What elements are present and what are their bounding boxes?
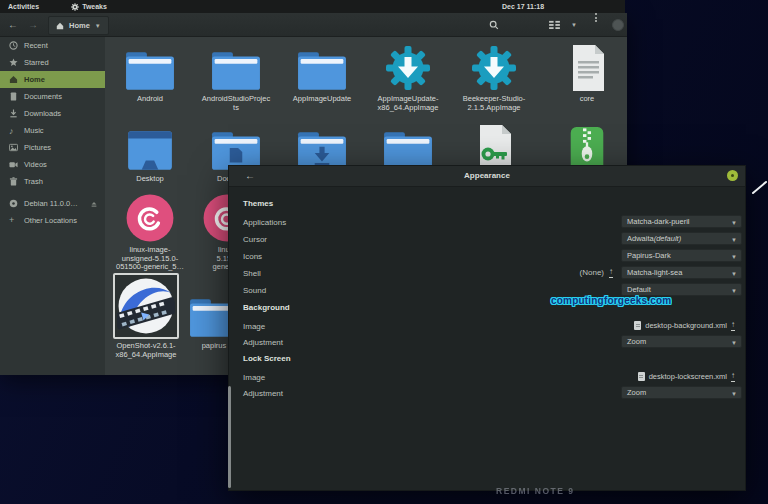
dialog-scrollbar[interactable] <box>228 386 231 488</box>
trash-icon <box>9 177 18 186</box>
chevron-down-icon: ▼ <box>731 237 737 243</box>
sidebar-item-music[interactable]: ♪ Music <box>0 122 105 139</box>
cursor-theme-dropdown[interactable]: Adwaita (default) ▼ <box>621 232 742 245</box>
sidebar-item-other-locations[interactable]: + Other Locations <box>0 212 105 229</box>
lockscreen-adjustment-dropdown[interactable]: Zoom ▼ <box>621 386 742 399</box>
disc-icon <box>9 199 18 208</box>
file-name: desktop-background.xml <box>645 321 727 330</box>
tweaks-label: Tweaks <box>82 3 107 10</box>
sidebar-item-trash[interactable]: Trash <box>0 173 105 190</box>
sidebar-label: Recent <box>24 41 48 50</box>
grid-item-core[interactable]: core <box>546 40 627 104</box>
grid-item-appimageupdate[interactable]: AppImageUpdate <box>281 40 363 104</box>
sidebar-item-home[interactable]: Home <box>0 71 105 88</box>
background-section-header: Background <box>243 303 290 312</box>
chevron-down-icon: ▼ <box>731 288 737 294</box>
sidebar-label: Music <box>24 126 44 135</box>
grid-item-androidstudioprojects[interactable]: AndroidStudioProjec ts <box>195 40 277 112</box>
close-icon <box>612 19 624 31</box>
sidebar-item-downloads[interactable]: Downloads <box>0 105 105 122</box>
row-label: Adjustment <box>243 389 283 398</box>
sidebar-label: Downloads <box>24 109 61 118</box>
file-label: Android <box>109 95 191 104</box>
desktop-folder-icon <box>125 130 175 172</box>
sidebar-item-pictures[interactable]: Pictures <box>0 139 105 156</box>
sidebar-item-recent[interactable]: Recent <box>0 37 105 54</box>
forward-button[interactable]: → <box>28 13 38 36</box>
grid-item-appimageupdate-x86[interactable]: AppImageUpdate- x86_64.AppImage <box>367 40 449 112</box>
dropdown-value: Zoom <box>627 388 646 397</box>
lockscreen-image-file-button[interactable]: desktop-lockscreen.xml ↑ <box>638 370 735 383</box>
row-label: Shell <box>243 269 261 278</box>
gnome-top-bar: Activities Tweaks Dec 17 11:18 <box>0 0 625 13</box>
sidebar-item-videos[interactable]: Videos <box>0 156 105 173</box>
clock[interactable]: Dec 17 11:18 <box>502 3 544 10</box>
grid-item-linux-image-deb[interactable]: linux-image- unsigned-5.15.0- 051500-gen… <box>109 191 191 272</box>
file-manager-headerbar: ← → Home ▼ ▼ <box>0 13 627 37</box>
row-cursor: Cursor Adwaita (default) ▼ <box>229 232 745 246</box>
dialog-headerbar: ← Appearance <box>229 166 745 187</box>
icons-theme-dropdown[interactable]: Papirus-Dark ▼ <box>621 249 742 262</box>
tweaks-app-indicator[interactable]: Tweaks <box>71 3 107 11</box>
sidebar-item-debian-volume[interactable]: Debian 11.0.0… <box>0 195 105 212</box>
sidebar-item-documents[interactable]: Documents <box>0 88 105 105</box>
grid-item-clipped-folder[interactable] <box>107 364 189 375</box>
row-label: Applications <box>243 218 286 227</box>
grid-item-android[interactable]: Android <box>109 40 191 104</box>
eject-icon[interactable] <box>90 200 98 208</box>
chevron-down-icon: ▼ <box>731 254 737 260</box>
grid-item-beekeeper-studio[interactable]: Beekeeper-Studio- 2.1.5.AppImage <box>453 40 535 112</box>
text-file-icon <box>567 44 607 92</box>
sidebar-item-starred[interactable]: Starred <box>0 54 105 71</box>
row-label: Image <box>243 373 265 382</box>
window-close-button[interactable] <box>612 13 624 36</box>
row-shell: Shell (None) ↑ Matcha-light-sea ▼ <box>229 266 745 280</box>
dropdown-value: Zoom <box>627 337 646 346</box>
download-icon <box>9 109 18 118</box>
row-lockscreen-image: Image desktop-lockscreen.xml ↑ <box>229 370 745 384</box>
file-label: OpenShot-v2.6.1- x86_64.AppImage <box>105 342 187 359</box>
menu-kebab-button[interactable] <box>595 13 597 36</box>
upload-icon: ↑ <box>731 321 735 331</box>
chevron-down-icon: ▼ <box>731 391 737 397</box>
file-manager-sidebar: Recent Starred Home Documents Downloads … <box>0 37 105 375</box>
device-watermark: REDMI NOTE 9 <box>496 486 574 496</box>
document-icon <box>9 92 18 101</box>
background-adjustment-dropdown[interactable]: Zoom ▼ <box>621 335 742 348</box>
activities-button[interactable]: Activities <box>0 3 39 10</box>
row-label: Icons <box>243 252 262 261</box>
grid-item-desktop[interactable]: Desktop <box>109 120 191 184</box>
upload-icon[interactable]: ↑ <box>609 268 613 278</box>
chevron-down-icon: ▼ <box>731 271 737 277</box>
path-bar-home-button[interactable]: Home ▼ <box>48 16 109 35</box>
row-applications: Applications Matcha-dark-pueril ▼ <box>229 215 745 229</box>
shell-theme-dropdown[interactable]: Matcha-light-sea ▼ <box>621 266 742 279</box>
dialog-close-button[interactable] <box>727 170 738 181</box>
sidebar-label: Pictures <box>24 143 51 152</box>
dropdown-value-suffix: (default) <box>654 234 682 243</box>
applications-theme-dropdown[interactable]: Matcha-dark-pueril ▼ <box>621 215 742 228</box>
view-options-dropdown[interactable]: ▼ <box>571 13 577 36</box>
row-icons: Icons Papirus-Dark ▼ <box>229 249 745 263</box>
annotation-arrow <box>750 179 768 197</box>
sidebar-label: Home <box>24 75 45 84</box>
search-button[interactable] <box>489 13 499 36</box>
dropdown-value: Default <box>627 285 651 294</box>
deb-package-icon <box>125 193 175 243</box>
back-button[interactable]: ← <box>8 13 18 36</box>
sidebar-label: Debian 11.0.0… <box>24 199 78 208</box>
row-label: Cursor <box>243 235 267 244</box>
dropdown-value: Matcha-light-sea <box>627 268 682 277</box>
search-icon <box>489 20 499 30</box>
dialog-title: Appearance <box>229 171 745 180</box>
dropdown-value: Matcha-dark-pueril <box>627 217 690 226</box>
view-toggle-button[interactable] <box>549 13 560 36</box>
grid-item-openshot-appimage[interactable]: OpenShot-v2.6.1- x86_64.AppImage <box>105 269 187 359</box>
file-icon <box>634 321 641 330</box>
selection-border <box>113 273 179 339</box>
background-image-file-button[interactable]: desktop-background.xml ↑ <box>634 319 735 332</box>
row-label: Adjustment <box>243 338 283 347</box>
site-watermark: computingforgeeks.com <box>551 295 671 306</box>
folder-icon <box>123 374 173 375</box>
row-label: Image <box>243 322 265 331</box>
